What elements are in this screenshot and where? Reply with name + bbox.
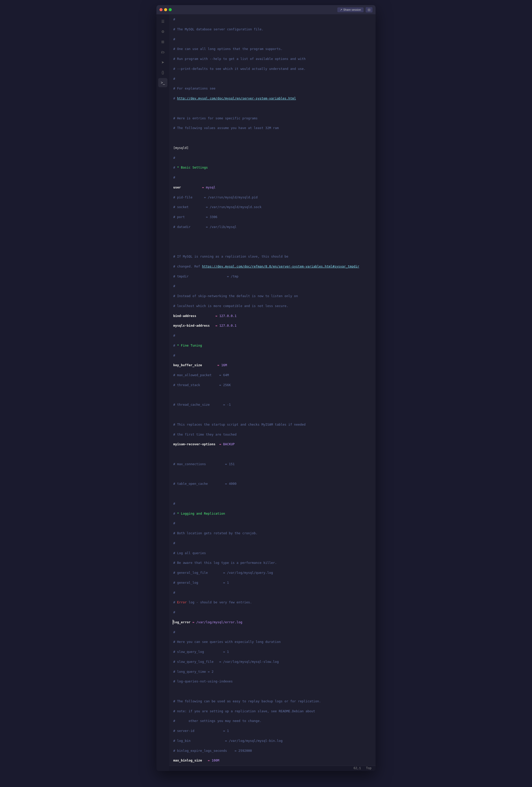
sidebar-settings-icon[interactable]: ⚙ <box>158 27 168 36</box>
titlebar: ↗ Share session ⊟ <box>156 5 376 14</box>
editor-area: # # The MySQL database server configurat… <box>169 14 376 771</box>
layout-button[interactable]: ⊟ <box>365 7 373 13</box>
code-block: # # The MySQL database server configurat… <box>173 17 372 763</box>
status-bar: 62,1 Top <box>169 766 376 771</box>
code-editor[interactable]: # # The MySQL database server configurat… <box>169 14 376 766</box>
minimize-button[interactable] <box>164 8 167 11</box>
cursor-position: 62,1 <box>354 767 361 770</box>
sidebar-braces-icon[interactable]: {} <box>158 68 168 77</box>
sidebar-folder-icon[interactable]: 🗁 <box>158 47 168 57</box>
sidebar-menu-icon[interactable]: ☰ <box>158 17 168 26</box>
scroll-position: Top <box>366 767 372 770</box>
main-window: ↗ Share session ⊟ ☰ ⚙ ⊞ 🗁 ➤ {} >_ # # Th… <box>156 5 376 771</box>
maximize-button[interactable] <box>169 8 172 11</box>
titlebar-actions: ↗ Share session ⊟ <box>337 7 373 13</box>
main-layout: ☰ ⚙ ⊞ 🗁 ➤ {} >_ # # The MySQL database s… <box>156 14 376 771</box>
sidebar: ☰ ⚙ ⊞ 🗁 ➤ {} >_ <box>156 14 169 771</box>
sidebar-grid-icon[interactable]: ⊞ <box>158 37 168 46</box>
sidebar-share-icon[interactable]: ➤ <box>158 58 168 67</box>
sidebar-terminal-icon[interactable]: >_ <box>158 78 168 87</box>
share-session-button[interactable]: ↗ Share session <box>337 7 363 12</box>
share-icon: ↗ <box>340 8 342 12</box>
close-button[interactable] <box>159 8 162 11</box>
traffic-lights <box>159 8 172 11</box>
